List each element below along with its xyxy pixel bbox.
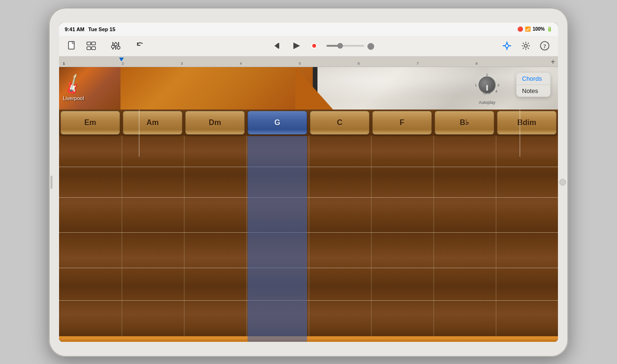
chord-button-em[interactable]: Em — [60, 111, 120, 135]
time-display: 9:41 AM — [65, 26, 85, 32]
svg-rect-1 — [72, 42, 74, 43]
active-chord-bar — [248, 133, 307, 342]
rewind-button[interactable] — [270, 38, 287, 53]
date-display: Tue Sep 15 — [88, 26, 115, 32]
svg-rect-4 — [87, 47, 91, 50]
new-song-button[interactable] — [64, 38, 81, 53]
label-4: 4 — [496, 89, 497, 93]
side-button[interactable] — [51, 176, 52, 189]
svg-rect-5 — [92, 47, 95, 50]
fretboard[interactable]: EmAmDmGCFB♭Bdim — [59, 110, 558, 342]
chord-button-bb[interactable]: B♭ — [435, 111, 494, 135]
autoplay-label: Autoplay — [479, 100, 495, 105]
svg-point-16 — [524, 44, 527, 47]
chord-button-am[interactable]: Am — [123, 111, 182, 135]
chord-button-f[interactable]: F — [372, 111, 432, 135]
string-1 — [59, 167, 558, 167]
string-5 — [59, 300, 558, 301]
fret-strings — [59, 136, 558, 342]
status-bar: 9:41 AM Tue Sep 15 🔴 📶 100% 🔋 — [59, 23, 558, 36]
chords-option[interactable]: Chords — [516, 73, 550, 85]
battery-icon: 🔋 — [547, 26, 552, 32]
bass-guitar-icon: 🎸 — [60, 72, 86, 97]
home-button[interactable] — [559, 179, 566, 186]
chords-notes-popup: Chords Notes — [516, 73, 550, 97]
volume-slider-container: ⬤ — [326, 42, 375, 50]
notes-option[interactable]: Notes — [516, 85, 550, 97]
chord-button-g[interactable]: G — [248, 111, 307, 135]
track-header[interactable]: 🎸 Liverpool — [59, 67, 120, 110]
settings-button[interactable] — [517, 38, 534, 53]
playhead[interactable] — [119, 58, 124, 61]
svg-point-10 — [114, 43, 117, 46]
smart-controls-button[interactable] — [498, 38, 515, 53]
help-button[interactable]: ? — [536, 38, 553, 53]
label-3: 3 — [497, 83, 499, 87]
svg-rect-3 — [92, 42, 95, 45]
toolbar: ⬤ ? — [59, 36, 558, 57]
svg-point-9 — [111, 45, 114, 48]
track-timeline[interactable]: OFF 1 2 3 4 Autoplay Chords — [120, 67, 558, 110]
svg-text:?: ? — [543, 43, 546, 50]
volume-slider[interactable] — [326, 45, 364, 47]
play-button[interactable] — [288, 38, 305, 53]
diagonal-cut — [295, 67, 343, 110]
record-dot — [311, 43, 317, 49]
svg-marker-12 — [274, 43, 278, 49]
chord-buttons-row: EmAmDmGCFB♭Bdim — [59, 110, 558, 136]
chord-button-bdim[interactable]: Bdim — [497, 111, 557, 135]
chord-button-dm[interactable]: Dm — [185, 111, 245, 135]
undo-button[interactable] — [132, 38, 149, 53]
svg-marker-14 — [293, 42, 300, 49]
transport-section: ⬤ — [270, 38, 377, 53]
main-content: 🎸 Liverpool — [59, 67, 558, 342]
ipad-screen: 9:41 AM Tue Sep 15 🔴 📶 100% 🔋 — [59, 23, 558, 342]
ipad-frame: 9:41 AM Tue Sep 15 🔴 📶 100% 🔋 — [49, 8, 568, 357]
status-left: 9:41 AM Tue Sep 15 — [65, 26, 115, 32]
chord-button-c[interactable]: C — [310, 111, 369, 135]
record-button[interactable] — [306, 38, 323, 53]
string-4 — [59, 268, 558, 268]
timeline-ruler: 1 2 3 4 5 6 7 8 + — [59, 57, 558, 67]
tracks-button[interactable] — [83, 38, 100, 53]
autoplay-control[interactable]: OFF 1 2 3 4 Autoplay — [473, 71, 501, 105]
add-section-button[interactable]: + — [551, 58, 555, 66]
track-name: Liverpool — [63, 95, 84, 101]
battery-dot: 🔴 — [517, 26, 523, 32]
mixer-button[interactable] — [107, 38, 124, 53]
string-2 — [59, 197, 558, 198]
label-1: 1 — [475, 83, 477, 87]
svg-rect-13 — [278, 43, 279, 49]
tracks-area: 🎸 Liverpool — [59, 67, 558, 110]
autoplay-knob[interactable] — [479, 76, 496, 93]
recorded-region — [120, 67, 313, 110]
svg-rect-2 — [87, 42, 91, 45]
autoplay-knob-container: OFF 1 2 3 4 — [473, 71, 501, 99]
wifi-icon: 📶 — [525, 26, 531, 32]
bottom-string — [59, 336, 558, 342]
battery-display: 100% — [532, 26, 545, 32]
status-right: 🔴 📶 100% 🔋 — [517, 26, 552, 32]
string-3 — [59, 232, 558, 233]
svg-point-11 — [117, 46, 120, 49]
